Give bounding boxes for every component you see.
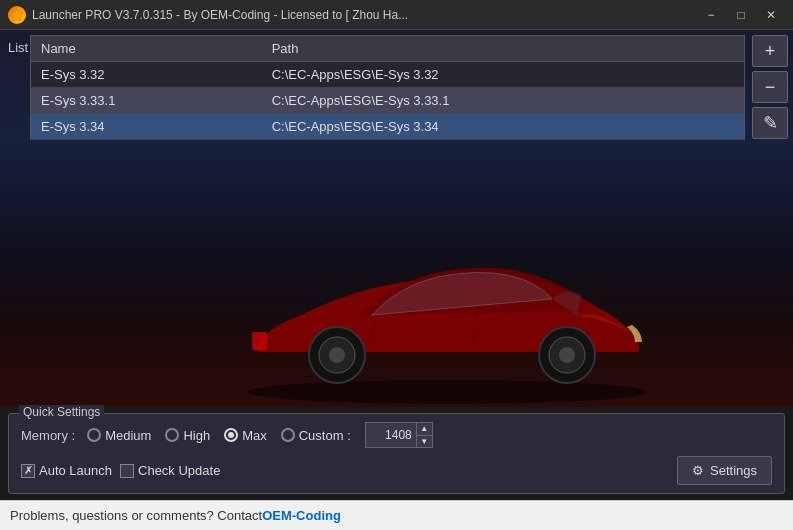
table-row[interactable]: E-Sys 3.33.1C:\EC-Apps\ESG\E-Sys 3.33.1 bbox=[31, 88, 745, 114]
cell-path: C:\EC-Apps\ESG\E-Sys 3.33.1 bbox=[262, 88, 745, 114]
quick-settings-label: Quick Settings bbox=[19, 405, 104, 419]
add-button[interactable]: + bbox=[752, 35, 788, 67]
radio-max[interactable]: Max bbox=[224, 428, 267, 443]
memory-radio-group: Medium High Max Custom : bbox=[87, 422, 433, 448]
app-icon bbox=[8, 6, 26, 24]
table-row[interactable]: E-Sys 3.32C:\EC-Apps\ESG\E-Sys 3.32 bbox=[31, 62, 745, 88]
side-buttons: + − ✎ bbox=[752, 35, 788, 139]
memory-row: Memory : Medium High Max bbox=[21, 422, 772, 448]
cell-name: E-Sys 3.34 bbox=[31, 114, 262, 140]
radio-custom-label: Custom : bbox=[299, 428, 351, 443]
col-header-name: Name bbox=[31, 36, 262, 62]
radio-medium[interactable]: Medium bbox=[87, 428, 151, 443]
table-row[interactable]: E-Sys 3.34C:\EC-Apps\ESG\E-Sys 3.34 bbox=[31, 114, 745, 140]
window-title: Launcher PRO V3.7.0.315 - By OEM-Coding … bbox=[32, 8, 697, 22]
quick-settings-panel: Quick Settings Memory : Medium High Max bbox=[8, 413, 785, 494]
minimize-button[interactable]: − bbox=[697, 4, 725, 26]
radio-high-label: High bbox=[183, 428, 210, 443]
radio-max-circle bbox=[224, 428, 238, 442]
main-area: List Name Path E-Sys 3.32C:\EC-Apps\ESG\… bbox=[0, 30, 793, 530]
cell-path: C:\EC-Apps\ESG\E-Sys 3.34 bbox=[262, 114, 745, 140]
maximize-button[interactable]: □ bbox=[727, 4, 755, 26]
auto-launch-checkbox[interactable]: ✗ Auto Launch bbox=[21, 463, 112, 478]
svg-point-4 bbox=[329, 347, 345, 363]
car-svg bbox=[197, 187, 697, 407]
app-table: Name Path E-Sys 3.32C:\EC-Apps\ESG\E-Sys… bbox=[30, 35, 745, 140]
title-bar: Launcher PRO V3.7.0.315 - By OEM-Coding … bbox=[0, 0, 793, 30]
radio-medium-circle bbox=[87, 428, 101, 442]
svg-point-7 bbox=[559, 347, 575, 363]
status-bar: Problems, questions or comments? Contact… bbox=[0, 500, 793, 530]
oem-coding-link[interactable]: OEM-Coding bbox=[262, 508, 341, 523]
spin-arrows: ▲ ▼ bbox=[416, 423, 432, 447]
list-label: List bbox=[8, 40, 28, 55]
checkboxes-row: ✗ Auto Launch Check Update ⚙ Settings bbox=[21, 456, 772, 485]
svg-marker-0 bbox=[11, 9, 23, 21]
settings-button[interactable]: ⚙ Settings bbox=[677, 456, 772, 485]
check-update-label: Check Update bbox=[138, 463, 220, 478]
close-button[interactable]: ✕ bbox=[757, 4, 785, 26]
custom-value-input[interactable] bbox=[366, 423, 416, 447]
auto-launch-label: Auto Launch bbox=[39, 463, 112, 478]
check-update-checkbox[interactable]: Check Update bbox=[120, 463, 220, 478]
window-controls: − □ ✕ bbox=[697, 4, 785, 26]
cell-name: E-Sys 3.33.1 bbox=[31, 88, 262, 114]
custom-value-spinner: ▲ ▼ bbox=[365, 422, 433, 448]
cell-path: C:\EC-Apps\ESG\E-Sys 3.32 bbox=[262, 62, 745, 88]
spin-down-button[interactable]: ▼ bbox=[416, 435, 432, 448]
top-section: List Name Path E-Sys 3.32C:\EC-Apps\ESG\… bbox=[0, 30, 793, 407]
svg-rect-8 bbox=[252, 332, 267, 350]
radio-custom[interactable]: Custom : bbox=[281, 428, 351, 443]
memory-label: Memory : bbox=[21, 428, 75, 443]
svg-point-1 bbox=[247, 380, 647, 404]
status-text: Problems, questions or comments? Contact bbox=[10, 508, 262, 523]
remove-button[interactable]: − bbox=[752, 71, 788, 103]
radio-max-label: Max bbox=[242, 428, 267, 443]
radio-high[interactable]: High bbox=[165, 428, 210, 443]
settings-gear-icon: ⚙ bbox=[692, 463, 704, 478]
table-container: Name Path E-Sys 3.32C:\EC-Apps\ESG\E-Sys… bbox=[30, 35, 745, 140]
cell-name: E-Sys 3.32 bbox=[31, 62, 262, 88]
radio-custom-circle bbox=[281, 428, 295, 442]
radio-high-circle bbox=[165, 428, 179, 442]
check-update-box bbox=[120, 464, 134, 478]
spin-up-button[interactable]: ▲ bbox=[416, 423, 432, 435]
radio-medium-label: Medium bbox=[105, 428, 151, 443]
auto-launch-box: ✗ bbox=[21, 464, 35, 478]
col-header-path: Path bbox=[262, 36, 745, 62]
settings-button-label: Settings bbox=[710, 463, 757, 478]
table-header-row: Name Path bbox=[31, 36, 745, 62]
edit-button[interactable]: ✎ bbox=[752, 107, 788, 139]
